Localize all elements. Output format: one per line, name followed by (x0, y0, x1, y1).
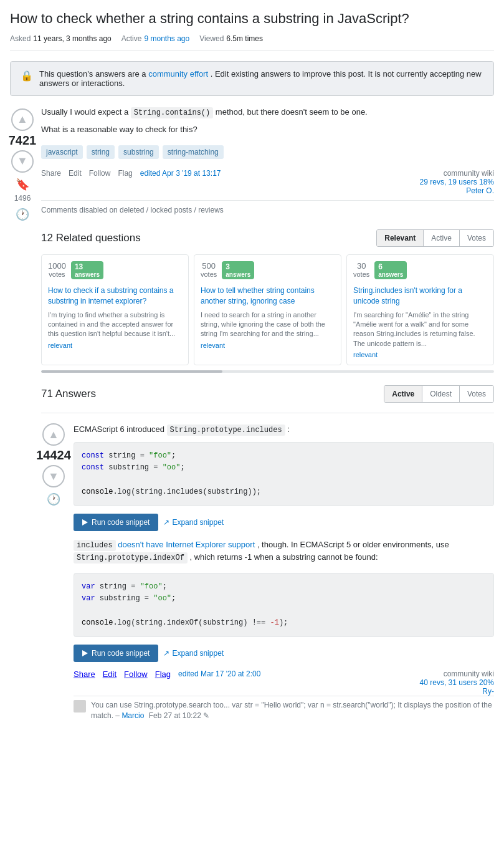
upvote-button[interactable]: ▲ (11, 108, 34, 131)
answer-1-wiki-revs[interactable]: 40 revs, 31 users 20% (420, 678, 494, 687)
related-card-1-answers-col: 13 answers (71, 261, 103, 282)
answer-1-edit-link[interactable]: Edit (103, 669, 116, 679)
related-cards-container: 1000 votes 13 answers How to check if a … (41, 254, 494, 365)
run-snippet-label-2: Run code snippet (92, 649, 150, 658)
question-text-1: Usually I would expect a (41, 107, 128, 117)
history-icon[interactable]: 🕐 (16, 208, 29, 221)
ie-support-link[interactable]: doesn't have Internet Explorer support (118, 540, 255, 549)
related-card-1: 1000 votes 13 answers How to check if a … (41, 254, 189, 365)
expand-snippet-link-1[interactable]: ↗ Expand snippet (163, 514, 224, 531)
code-2-var-2: substring = (95, 594, 154, 603)
related-card-3-votes-col: 30 votes (353, 261, 369, 278)
related-card-2-votes-row: 500 votes 3 answers (201, 261, 335, 282)
related-tab-relevant[interactable]: Relevant (377, 230, 424, 246)
question-vote-col: ▲ 7421 ▼ 🔖 1496 🕐 (10, 106, 41, 735)
tag-javascript[interactable]: javascript (41, 145, 83, 159)
tag-substring[interactable]: substring (118, 145, 159, 159)
answers-tab-active[interactable]: Active (384, 386, 422, 402)
question-edit-notice[interactable]: edited Apr 3 '19 at 13:17 (140, 169, 221, 178)
community-effort-link[interactable]: community effort (148, 69, 208, 79)
related-card-3-title[interactable]: String.includes isn't working for a unic… (353, 285, 487, 307)
answer-1-text-3: , which returns -1 when a substring cann… (189, 552, 378, 562)
question-text-2: method, but there doesn't seem to be one… (216, 107, 368, 117)
code-line-1: const string = "foo"; (82, 450, 486, 462)
code-line-2: const substring = "oo"; (82, 462, 486, 474)
expand-snippet-link-2[interactable]: ↗ Expand snippet (163, 645, 224, 662)
downvote-button[interactable]: ▼ (11, 150, 34, 173)
answer-1-wiki-user[interactable]: Ry- (420, 687, 494, 696)
str-oo-2: "oo" (153, 594, 171, 603)
question-action-links: Share Edit Follow Flag edited Apr 3 '19 … (41, 169, 221, 178)
related-tab-active[interactable]: Active (424, 230, 460, 246)
answer-1-history-icon[interactable]: 🕐 (47, 492, 60, 506)
comment-user-1[interactable]: Marcio (121, 711, 144, 720)
answers-header: 71 Answers Active Oldest Votes (41, 385, 494, 403)
bookmark-icon[interactable]: 🔖 (16, 178, 29, 191)
tag-string[interactable]: string (87, 145, 115, 159)
answer-1-edit-notice[interactable]: edited Mar 17 '20 at 2:00 (178, 669, 260, 679)
code-var-2: substring = (104, 463, 163, 472)
wiki-user-link[interactable]: Peter O. (420, 186, 494, 195)
code-var-1: string = (104, 451, 149, 460)
community-notice: 🔒 This question's answers are a communit… (10, 61, 494, 96)
answer-1-upvote-button[interactable]: ▲ (42, 423, 65, 446)
related-card-2-footer: relevant (201, 342, 335, 349)
code-end-1: ; (171, 451, 176, 460)
code-rest-1: .log(string.includes(substring)); (113, 487, 261, 496)
related-card-2-votes-label: votes (201, 271, 217, 278)
run-snippet-button-2[interactable]: Run code snippet (74, 645, 158, 662)
code-2-end-1: ; (163, 582, 167, 591)
answer-1-follow-link[interactable]: Follow (124, 669, 148, 679)
related-card-1-answers-num: 13 (75, 262, 83, 271)
related-card-1-votes-label: votes (49, 271, 65, 278)
play-icon-1 (82, 519, 88, 525)
answer-1-vote-controls: ▲ 14424 ▼ 🕐 (41, 423, 66, 724)
string-contains-code: String.contains() (131, 107, 213, 118)
question-meta: Asked 11 years, 3 months ago Active 9 mo… (10, 34, 494, 51)
related-card-3-votes-label: votes (353, 271, 369, 278)
related-card-3-answers-col: 6 answers (374, 261, 407, 282)
related-card-3-votes-row: 30 votes 6 answers (353, 261, 487, 282)
related-card-2-answers-label: answers (226, 271, 250, 278)
kw-var-1: var (82, 582, 95, 591)
related-card-1-title[interactable]: How to check if a substring contains a s… (48, 285, 182, 307)
answer-1-action-links: Share Edit Follow Flag edited Mar 17 '20… (74, 669, 260, 679)
lock-icon: 🔒 (21, 70, 33, 82)
related-card-1-votes-row: 1000 votes 13 answers (48, 261, 182, 282)
tag-string-matching[interactable]: string-matching (163, 145, 224, 159)
code-line-3 (82, 474, 486, 486)
code-line-4: console.log(string.includes(substring)); (82, 486, 486, 498)
kw-const-2: const (82, 463, 104, 472)
answer-1-downvote-button[interactable]: ▼ (42, 465, 65, 487)
answer-1-community-wiki: community wiki 40 revs, 31 users 20% Ry- (420, 669, 494, 696)
answers-tab-votes[interactable]: Votes (460, 386, 493, 402)
follow-question-link[interactable]: Follow (89, 169, 111, 178)
expand-snippet-label-1: Expand snippet (172, 518, 224, 527)
indexof-code: String.prototype.indexOf (74, 552, 188, 564)
run-snippet-button-1[interactable]: Run code snippet (74, 514, 158, 531)
includes-code: includes (74, 540, 116, 551)
expand-icon-1: ↗ (163, 518, 169, 527)
share-question-link[interactable]: Share (41, 169, 61, 178)
related-card-2: 500 votes 3 answers How to tell whether … (194, 254, 341, 365)
question-tags: javascript string substring string-match… (41, 145, 494, 159)
fn-console-2: console (82, 618, 113, 627)
related-card-2-title[interactable]: How to tell whether string contains anot… (201, 285, 335, 307)
code-2-end-3: ); (279, 618, 288, 627)
wiki-revs-link[interactable]: 29 revs, 19 users 18% (420, 178, 494, 186)
answer-1-intro: ECMAScript 6 introduced String.prototype… (74, 423, 494, 436)
answer-1-intro-after: : (287, 425, 290, 434)
flag-question-link[interactable]: Flag (118, 169, 132, 178)
snippet-actions-1: Run code snippet ↗ Expand snippet (74, 514, 494, 531)
answer-1-flag-link[interactable]: Flag (155, 669, 171, 679)
snippet-actions-2: Run code snippet ↗ Expand snippet (74, 645, 494, 662)
code-end-2: ; (180, 463, 184, 472)
edit-question-link[interactable]: Edit (69, 169, 82, 178)
answers-tab-oldest[interactable]: Oldest (422, 386, 460, 402)
play-icon-2 (82, 650, 88, 656)
viewed-value: 6.5m times (226, 34, 263, 43)
related-card-2-relevant: relevant (201, 342, 225, 349)
asked-value: 11 years, 3 months ago (33, 34, 111, 43)
answer-1-share-link[interactable]: Share (74, 669, 95, 679)
related-tab-votes[interactable]: Votes (460, 230, 493, 246)
